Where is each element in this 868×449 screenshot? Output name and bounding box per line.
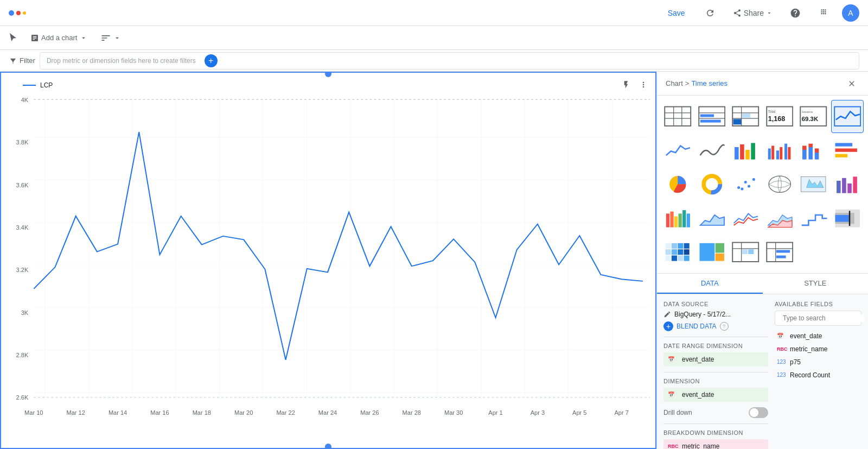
legend-line bbox=[23, 85, 36, 86]
svg-rect-34 bbox=[700, 114, 713, 117]
chart-type-hbar[interactable] bbox=[831, 134, 864, 167]
svg-rect-107 bbox=[715, 254, 724, 261]
available-fields-label: Available Fields bbox=[775, 301, 861, 307]
breakdown-field[interactable]: RBC metric_name bbox=[663, 439, 768, 450]
chart-types-grid: Total1,168 Sessions69.3K bbox=[657, 96, 868, 274]
save-button[interactable]: Save bbox=[661, 5, 692, 21]
chart-type-geo2[interactable] bbox=[797, 168, 830, 201]
drill-down-toggle[interactable] bbox=[749, 407, 768, 418]
help-button[interactable] bbox=[786, 3, 805, 23]
field-metric-name[interactable]: RBC metric_name bbox=[775, 343, 861, 355]
svg-text:Sessions: Sessions bbox=[802, 110, 813, 113]
chart-type-scatter[interactable] bbox=[729, 168, 762, 201]
chart-type-pivot-bars[interactable] bbox=[763, 236, 796, 269]
svg-text:3.4K: 3.4K bbox=[16, 224, 29, 230]
resize-handle-bottom[interactable] bbox=[325, 444, 331, 449]
field-p75[interactable]: 123 p75 bbox=[775, 356, 861, 368]
svg-rect-98 bbox=[672, 249, 677, 255]
chart-type-colbar3[interactable] bbox=[661, 202, 694, 235]
svg-rect-56 bbox=[780, 147, 782, 159]
blend-info-icon[interactable]: ? bbox=[720, 322, 729, 331]
chart-type-multiline[interactable] bbox=[729, 202, 762, 235]
chart-lightning-button[interactable] bbox=[618, 77, 634, 92]
svg-point-71 bbox=[707, 180, 716, 188]
chart-type-treemap[interactable] bbox=[695, 236, 729, 269]
dimension-field[interactable]: 📅 event_date bbox=[663, 388, 768, 402]
svg-rect-83 bbox=[666, 213, 669, 227]
svg-rect-95 bbox=[678, 243, 683, 249]
svg-text:Mar 22: Mar 22 bbox=[276, 410, 295, 416]
field-event-date[interactable]: 📅 event_date bbox=[775, 330, 861, 342]
chart-type-table-bars[interactable] bbox=[695, 100, 729, 133]
tab-data[interactable]: DATA bbox=[657, 274, 763, 294]
svg-rect-59 bbox=[802, 149, 807, 159]
svg-text:Mar 10: Mar 10 bbox=[24, 410, 43, 416]
svg-text:Mar 20: Mar 20 bbox=[234, 410, 253, 416]
chart-type-table-heatmap[interactable] bbox=[729, 100, 762, 133]
refresh-button[interactable] bbox=[700, 3, 720, 23]
chart-type-pivot[interactable] bbox=[729, 236, 762, 269]
svg-rect-117 bbox=[776, 256, 786, 258]
more-tools-button[interactable] bbox=[96, 29, 125, 47]
dimension-section: Dimension 📅 event_date bbox=[663, 378, 768, 402]
chart-type-table[interactable] bbox=[661, 100, 694, 133]
rbc-field-icon: RBC bbox=[777, 346, 787, 352]
select-tool-button[interactable] bbox=[4, 29, 22, 47]
svg-text:Mar 26: Mar 26 bbox=[360, 410, 379, 416]
avatar[interactable]: A bbox=[842, 4, 859, 22]
svg-rect-49 bbox=[735, 147, 739, 159]
panel-close-button[interactable] bbox=[844, 76, 859, 91]
chart-type-scorecard-sessions[interactable]: Sessions69.3K bbox=[797, 100, 830, 133]
topbar-right: Save Share A bbox=[661, 3, 859, 23]
add-chart-label: Add a chart bbox=[41, 34, 78, 42]
calendar-icon: 📅 bbox=[668, 356, 679, 362]
chart-toolbar bbox=[618, 77, 651, 92]
apps-button[interactable] bbox=[814, 3, 833, 23]
svg-rect-112 bbox=[748, 249, 754, 254]
svg-text:Mar 28: Mar 28 bbox=[403, 410, 421, 416]
chart-type-area[interactable] bbox=[695, 202, 729, 235]
svg-rect-57 bbox=[784, 143, 787, 159]
chart-type-smooth-line[interactable] bbox=[695, 134, 729, 167]
chart-type-colbar2[interactable] bbox=[831, 168, 864, 201]
chart-type-multiarea[interactable] bbox=[763, 202, 796, 235]
logo bbox=[9, 10, 26, 16]
svg-point-77 bbox=[769, 176, 790, 192]
blend-data-row[interactable]: + BLEND DATA ? bbox=[663, 321, 768, 331]
chart-type-sparkline[interactable] bbox=[661, 134, 694, 167]
resize-handle-top[interactable] bbox=[325, 72, 331, 77]
divider-2 bbox=[663, 372, 768, 372]
svg-text:Apr 1: Apr 1 bbox=[488, 410, 502, 416]
chart-type-donut[interactable] bbox=[695, 168, 729, 201]
chart-type-heatmap[interactable] bbox=[661, 236, 694, 269]
date-range-label: Date Range Dimension bbox=[663, 343, 768, 349]
chart-type-pie[interactable] bbox=[661, 168, 694, 201]
topbar: Save Share A bbox=[0, 0, 868, 26]
chart-type-stepped[interactable] bbox=[797, 202, 830, 235]
divider-3 bbox=[663, 423, 768, 424]
chart-svg-container: 4K 3.8K 3.6K 3.4K 3.2K 3K 2.8K 2.6K Mar … bbox=[1, 94, 655, 435]
add-filter-button[interactable]: + bbox=[205, 54, 218, 67]
tab-style[interactable]: STYLE bbox=[763, 274, 869, 294]
svg-rect-65 bbox=[835, 143, 852, 146]
chart-type-stacked[interactable] bbox=[797, 134, 830, 167]
chart-type-timeseries[interactable] bbox=[831, 100, 864, 133]
chart-type-bar[interactable] bbox=[729, 134, 762, 167]
share-button[interactable]: Share bbox=[729, 5, 777, 21]
chart-type-bullet[interactable] bbox=[831, 202, 864, 235]
chart-type-multibar[interactable] bbox=[763, 134, 796, 167]
chart-more-button[interactable] bbox=[636, 77, 651, 92]
svg-point-72 bbox=[737, 186, 740, 189]
chart-type-scorecard-total[interactable]: Total1,168 bbox=[763, 100, 796, 133]
svg-rect-0 bbox=[34, 99, 650, 397]
data-source-name[interactable]: BigQuery - 5/17/2... bbox=[674, 311, 731, 318]
panel-content: Data source BigQuery - 5/17/2... + BLEND… bbox=[657, 294, 868, 450]
field-record-count[interactable]: 123 Record Count bbox=[775, 369, 861, 381]
date-range-field[interactable]: 📅 event_date bbox=[663, 352, 768, 366]
search-input[interactable] bbox=[783, 314, 864, 322]
add-chart-button[interactable]: Add a chart bbox=[26, 30, 92, 46]
chart-type-geo[interactable] bbox=[763, 168, 796, 201]
breadcrumb-active: Time series bbox=[691, 79, 727, 87]
dimension-label: Dimension bbox=[663, 378, 768, 384]
available-fields-list: 📅 event_date RBC metric_name 123 p75 bbox=[775, 330, 861, 381]
